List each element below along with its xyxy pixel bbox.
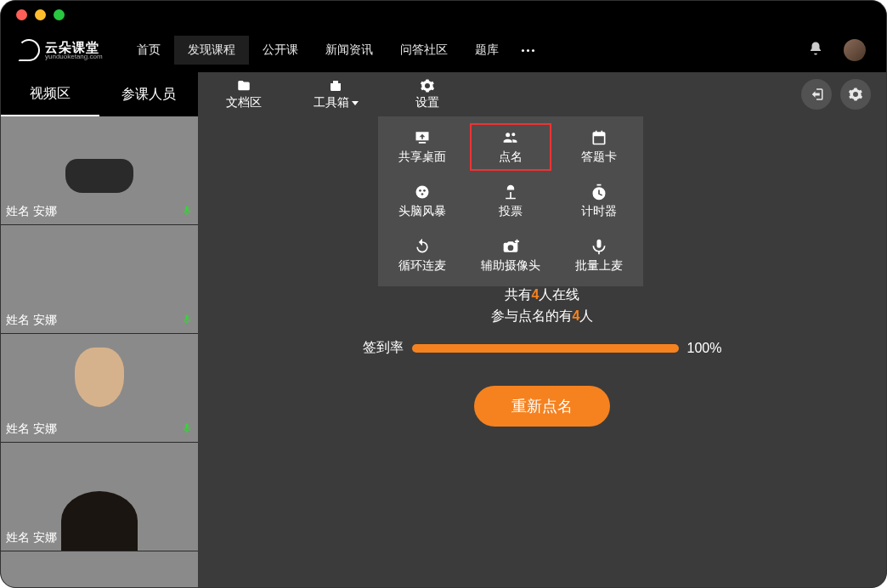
ribbon: 文档区 工具箱 设置 — [198, 72, 886, 116]
gear-icon — [848, 87, 863, 102]
ribbon-toolbox[interactable]: 工具箱 — [290, 72, 381, 116]
name-badge: 姓名 安娜 — [1, 202, 62, 221]
tool-batch-mic[interactable]: 批量上麦 — [555, 229, 643, 283]
nav-open-class[interactable]: 公开课 — [249, 36, 312, 65]
camera-plus-icon — [501, 238, 520, 255]
video-tile[interactable] — [1, 551, 198, 587]
chevron-down-icon — [352, 101, 359, 105]
ribbon-settings[interactable]: 设置 — [381, 72, 473, 116]
video-tile[interactable]: 姓名 安娜 — [1, 334, 198, 443]
top-nav: 云朵课堂 yunduoketang.com 首页 发现课程 公开课 新闻资讯 问… — [1, 28, 886, 72]
svg-point-2 — [423, 189, 426, 192]
online-stat: 共有4人在线 — [505, 286, 580, 304]
share-screen-icon — [413, 129, 432, 146]
tab-attendees[interactable]: 参课人员 — [99, 72, 198, 116]
exit-icon — [809, 87, 824, 102]
tab-video-area[interactable]: 视频区 — [1, 72, 99, 116]
video-tile[interactable]: 姓名 安娜 — [1, 443, 198, 551]
name-badge: 姓名 安娜 — [1, 311, 62, 330]
name-badge: 姓名 安娜 — [1, 420, 62, 438]
people-icon — [501, 129, 520, 146]
mic-icon — [181, 313, 193, 326]
svg-point-0 — [416, 186, 429, 199]
video-tile[interactable]: 姓名 安娜 — [1, 116, 198, 225]
settings-button[interactable] — [840, 79, 871, 110]
logo-subtitle: yunduoketang.com — [45, 54, 103, 60]
ribbon-doc-label: 文档区 — [226, 95, 262, 110]
bell-icon[interactable] — [808, 41, 823, 59]
avatar[interactable] — [844, 39, 866, 61]
logo-title: 云朵课堂 — [45, 41, 103, 54]
tool-brainstorm[interactable]: 头脑风暴 — [378, 174, 466, 229]
gear-icon — [419, 78, 436, 93]
video-tile[interactable]: 姓名 安娜 — [1, 225, 198, 334]
traffic-lights — [1, 1, 886, 28]
main-area: 文档区 工具箱 设置 — [198, 72, 886, 587]
progress-row: 签到率 100% — [363, 339, 722, 357]
rate-label: 签到率 — [363, 339, 404, 357]
logo[interactable]: 云朵课堂 yunduoketang.com — [18, 39, 103, 61]
toolbox-dropdown: 共享桌面 点名 答题卡 头脑风暴 — [378, 116, 643, 286]
folder-icon — [235, 78, 252, 93]
tool-answer-card[interactable]: 答题卡 — [555, 120, 643, 174]
rate-percent: 100% — [687, 341, 722, 356]
ribbon-documents[interactable]: 文档区 — [198, 72, 290, 116]
side-tabs: 视频区 参课人员 — [1, 72, 198, 116]
max-dot[interactable] — [54, 9, 65, 20]
ribbon-settings-label: 设置 — [415, 95, 439, 110]
svg-point-3 — [421, 193, 424, 195]
tool-aux-camera[interactable]: 辅助摄像头 — [466, 229, 555, 283]
nav-more-icon[interactable] — [519, 49, 538, 52]
nav-news[interactable]: 新闻资讯 — [312, 36, 387, 65]
calendar-icon — [590, 129, 608, 146]
mic-icon — [181, 204, 193, 218]
mic-icon — [181, 421, 193, 435]
mic-up-icon — [590, 238, 608, 255]
tool-vote[interactable]: 投票 — [466, 174, 555, 229]
ribbon-toolbox-label: 工具箱 — [314, 95, 359, 110]
nav-home[interactable]: 首页 — [123, 36, 174, 65]
vote-icon — [501, 184, 520, 201]
name-badge: 姓名 安娜 — [1, 529, 62, 547]
progress-bar — [412, 344, 679, 353]
tool-loop-mic[interactable]: 循环连麦 — [378, 229, 466, 283]
nav-library[interactable]: 题库 — [461, 36, 512, 65]
attend-stat: 参与点名的有4人 — [491, 308, 594, 325]
tool-share-screen[interactable]: 共享桌面 — [378, 120, 466, 174]
timer-icon — [590, 184, 608, 201]
sidebar-left: 视频区 参课人员 姓名 安娜 姓名 安娜 姓名 安娜 — [1, 72, 198, 587]
min-dot[interactable] — [35, 9, 46, 20]
logo-icon — [18, 39, 40, 61]
redo-rollcall-button[interactable]: 重新点名 — [474, 386, 610, 427]
app-window: 云朵课堂 yunduoketang.com 首页 发现课程 公开课 新闻资讯 问… — [0, 0, 887, 588]
nav-discover[interactable]: 发现课程 — [174, 36, 249, 65]
exit-button[interactable] — [801, 79, 832, 110]
content: 视频区 参课人员 姓名 安娜 姓名 安娜 姓名 安娜 — [1, 72, 886, 587]
tool-timer[interactable]: 计时器 — [555, 174, 643, 229]
nav-qa[interactable]: 问答社区 — [387, 36, 461, 65]
loop-icon — [413, 238, 432, 255]
video-list: 姓名 安娜 姓名 安娜 姓名 安娜 姓名 安娜 — [1, 116, 198, 587]
svg-point-1 — [419, 189, 421, 192]
toolbox-icon — [327, 78, 344, 93]
brainstorm-icon — [413, 184, 432, 201]
tool-rollcall[interactable]: 点名 — [466, 120, 555, 174]
close-dot[interactable] — [16, 9, 27, 20]
